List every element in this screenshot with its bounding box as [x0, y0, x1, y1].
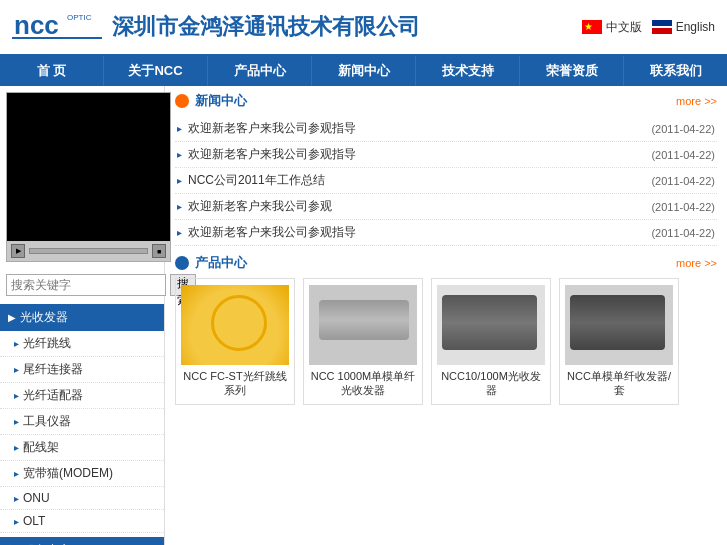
category-label-1: 光纤跳线: [23, 335, 71, 352]
news-bullet-4: ▸: [177, 201, 182, 212]
news-date-2: (2011-04-22): [651, 149, 715, 161]
category-label-4: 工具仪器: [23, 413, 71, 430]
en-flag-icon: [652, 20, 672, 34]
news-title-2[interactable]: 欢迎新老客户来我公司参观指导: [188, 146, 356, 163]
sidebar: ▶ ■ 搜 索 ▶ 光收发器 ▸ 光纤跳线 ▸ 尾纤连接器: [0, 86, 165, 545]
category-label-2: 尾纤连接器: [23, 361, 83, 378]
language-switcher: 中文版 English: [582, 19, 715, 36]
category-label-7: ONU: [23, 491, 50, 505]
product-card-1[interactable]: NCC FC-ST光纤跳线系列: [175, 278, 295, 405]
nav-item-about[interactable]: 关于NCC: [104, 56, 208, 86]
category-item-4[interactable]: ▸ 工具仪器: [0, 409, 164, 435]
banner-video: ▶ ■: [6, 92, 171, 262]
news-title: 新闻中心: [175, 92, 247, 110]
news-more-link[interactable]: more >>: [676, 95, 717, 107]
nav-item-contact[interactable]: 联系我们: [624, 56, 727, 86]
lang-en-label: English: [676, 20, 715, 34]
product-card-3[interactable]: NCC10/100M光收发器: [431, 278, 551, 405]
news-item-left-2: ▸ 欢迎新老客户来我公司参观指导: [177, 146, 651, 163]
products-title: 产品中心: [175, 254, 247, 272]
product-name-1: NCC FC-ST光纤跳线系列: [180, 369, 290, 398]
category-item-5[interactable]: ▸ 配线架: [0, 435, 164, 461]
news-item-4: ▸ 欢迎新老客户来我公司参观 (2011-04-22): [175, 194, 717, 220]
products-more-link[interactable]: more >>: [676, 257, 717, 269]
cn-flag-icon: [582, 20, 602, 34]
bullet-icon-6: ▸: [14, 468, 19, 479]
company-name-label: 深圳市金鸿泽通讯技术有限公司: [112, 12, 420, 42]
nav-item-honor[interactable]: 荣誉资质: [520, 56, 624, 86]
svg-text:ncc: ncc: [14, 10, 59, 40]
news-title-4[interactable]: 欢迎新老客户来我公司参观: [188, 198, 332, 215]
news-title-1[interactable]: 欢迎新老客户来我公司参观指导: [188, 120, 356, 137]
category-item-1[interactable]: ▸ 光纤跳线: [0, 331, 164, 357]
product-image-4: [565, 285, 673, 365]
products-grid: NCC FC-ST光纤跳线系列 NCC 1000M单模单纤光收发器 NCC10/…: [175, 278, 717, 405]
news-title-label: 新闻中心: [195, 92, 247, 110]
product-name-3: NCC10/100M光收发器: [436, 369, 546, 398]
products-title-label: 产品中心: [195, 254, 247, 272]
category-item-7[interactable]: ▸ ONU: [0, 487, 164, 510]
nav-item-news[interactable]: 新闻中心: [312, 56, 416, 86]
product-card-2[interactable]: NCC 1000M单模单纤光收发器: [303, 278, 423, 405]
logo-area: ncc OPTIC 深圳市金鸿泽通讯技术有限公司: [12, 8, 582, 46]
nav-item-support[interactable]: 技术支持: [416, 56, 520, 86]
bullet-icon-5: ▸: [14, 442, 19, 453]
category-label-3: 光纤适配器: [23, 387, 83, 404]
category-item-6[interactable]: ▸ 宽带猫(MODEM): [0, 461, 164, 487]
product-image-1: [181, 285, 289, 365]
bullet-icon-7: ▸: [14, 493, 19, 504]
product-card-4[interactable]: NCC单模单纤收发器/套: [559, 278, 679, 405]
svg-text:OPTIC: OPTIC: [67, 13, 92, 22]
banner-controls: ▶ ■: [7, 241, 170, 261]
products-icon: [175, 256, 189, 270]
product-image-2: [309, 285, 417, 365]
bullet-icon-3: ▸: [14, 390, 19, 401]
news-title-3[interactable]: NCC公司2011年工作总结: [188, 172, 325, 189]
play-button[interactable]: ▶: [11, 244, 25, 258]
news-item-left-1: ▸ 欢迎新老客户来我公司参观指导: [177, 120, 651, 137]
news-item-2: ▸ 欢迎新老客户来我公司参观指导 (2011-04-22): [175, 142, 717, 168]
category-label-5: 配线架: [23, 439, 59, 456]
news-date-1: (2011-04-22): [651, 123, 715, 135]
nav-item-products[interactable]: 产品中心: [208, 56, 312, 86]
news-section-header: 新闻中心 more >>: [175, 92, 717, 110]
news-title-5[interactable]: 欢迎新老客户来我公司参观指导: [188, 224, 356, 241]
category-active-header[interactable]: ▶ 光收发器: [0, 304, 164, 331]
category-item-3[interactable]: ▸ 光纤适配器: [0, 383, 164, 409]
stop-button[interactable]: ■: [152, 244, 166, 258]
news-date-5: (2011-04-22): [651, 227, 715, 239]
search-input[interactable]: [6, 274, 166, 296]
bullet-icon-2: ▸: [14, 364, 19, 375]
progress-bar[interactable]: [29, 248, 148, 254]
product-name-4: NCC单模单纤收发器/套: [564, 369, 674, 398]
news-bullet-5: ▸: [177, 227, 182, 238]
news-date-3: (2011-04-22): [651, 175, 715, 187]
news-list: ▸ 欢迎新老客户来我公司参观指导 (2011-04-22) ▸ 欢迎新老客户来我…: [175, 116, 717, 246]
category-item-8[interactable]: ▸ OLT: [0, 510, 164, 533]
nav-item-home[interactable]: 首 页: [0, 56, 104, 86]
news-item-left-3: ▸ NCC公司2011年工作总结: [177, 172, 651, 189]
news-item-left-4: ▸ 欢迎新老客户来我公司参观: [177, 198, 651, 215]
news-bullet-2: ▸: [177, 149, 182, 160]
lang-en-button[interactable]: English: [652, 20, 715, 34]
news-item-5: ▸ 欢迎新老客户来我公司参观指导 (2011-04-22): [175, 220, 717, 246]
content-area: 新闻中心 more >> ▸ 欢迎新老客户来我公司参观指导 (2011-04-2…: [165, 86, 727, 545]
news-bullet-3: ▸: [177, 175, 182, 186]
logo-icon: ncc OPTIC: [12, 8, 102, 46]
lang-cn-button[interactable]: 中文版: [582, 19, 642, 36]
news-item-1: ▸ 欢迎新老客户来我公司参观指导 (2011-04-22): [175, 116, 717, 142]
news-bullet-1: ▸: [177, 123, 182, 134]
news-item-left-5: ▸ 欢迎新老客户来我公司参观指导: [177, 224, 651, 241]
search-area: 搜 索: [0, 268, 164, 302]
category-active-label: 光收发器: [20, 309, 68, 326]
product-name-2: NCC 1000M单模单纤光收发器: [308, 369, 418, 398]
product-image-3: [437, 285, 545, 365]
sidebar-service-header[interactable]: ▶ 服务中心: [0, 537, 164, 545]
category-label-6: 宽带猫(MODEM): [23, 465, 113, 482]
category-label-8: OLT: [23, 514, 45, 528]
header: ncc OPTIC 深圳市金鸿泽通讯技术有限公司 中文版 English: [0, 0, 727, 56]
category-item-2[interactable]: ▸ 尾纤连接器: [0, 357, 164, 383]
arrow-icon: ▶: [8, 312, 16, 323]
main-nav: 首 页 关于NCC 产品中心 新闻中心 技术支持 荣誉资质 联系我们: [0, 56, 727, 86]
bullet-icon-1: ▸: [14, 338, 19, 349]
